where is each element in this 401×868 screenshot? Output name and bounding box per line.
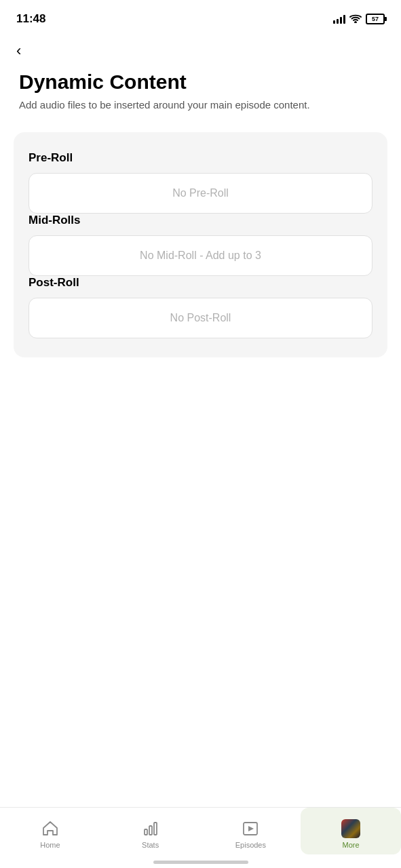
page-header: Dynamic Content Add audio files to be in… [0, 65, 401, 132]
signal-icon [333, 14, 345, 24]
tab-stats[interactable]: Stats [100, 808, 201, 854]
home-icon [41, 819, 60, 838]
home-indicator [153, 861, 248, 864]
more-avatar [341, 819, 360, 838]
page-subtitle: Add audio files to be inserted around yo… [19, 98, 382, 112]
post-roll-section: Post-Roll No Post-Roll [28, 276, 373, 338]
status-icons: 57 [333, 14, 385, 25]
mid-roll-button-text: No Mid-Roll [140, 250, 197, 261]
tab-more-label: More [343, 841, 360, 849]
tab-more[interactable]: More [301, 808, 401, 854]
pre-roll-button[interactable]: No Pre-Roll [28, 173, 373, 214]
svg-point-0 [355, 22, 356, 23]
tab-episodes-label: Episodes [235, 841, 266, 849]
page-title: Dynamic Content [19, 71, 382, 94]
tab-bar: Home Stats Episodes More [0, 807, 401, 868]
tab-episodes[interactable]: Episodes [201, 808, 301, 854]
stats-icon [141, 819, 160, 838]
svg-rect-3 [154, 823, 157, 835]
svg-rect-1 [145, 829, 147, 835]
mid-roll-sub-text: - Add up to 3 [197, 250, 261, 261]
tab-home[interactable]: Home [0, 808, 100, 854]
battery-icon: 57 [366, 14, 385, 24]
status-bar: 11:48 57 [0, 0, 401, 34]
status-time: 11:48 [16, 12, 45, 26]
back-chevron-icon: ‹ [16, 42, 21, 59]
episodes-icon [241, 819, 260, 838]
post-roll-button-text: No Post-Roll [170, 312, 231, 323]
tab-home-label: Home [40, 841, 60, 849]
pre-roll-label: Pre-Roll [28, 151, 373, 165]
pre-roll-section: Pre-Roll No Pre-Roll [28, 151, 373, 214]
post-roll-button[interactable]: No Post-Roll [28, 298, 373, 338]
mid-roll-button[interactable]: No Mid-Roll - Add up to 3 [28, 235, 373, 276]
pre-roll-button-text: No Pre-Roll [172, 187, 229, 199]
dynamic-content-card: Pre-Roll No Pre-Roll Mid-Rolls No Mid-Ro… [14, 132, 387, 357]
svg-marker-5 [248, 826, 254, 831]
mid-rolls-section: Mid-Rolls No Mid-Roll - Add up to 3 [28, 214, 373, 276]
post-roll-label: Post-Roll [28, 276, 373, 290]
back-button[interactable]: ‹ [0, 34, 401, 65]
tab-stats-label: Stats [142, 841, 159, 849]
mid-rolls-label: Mid-Rolls [28, 214, 373, 227]
wifi-icon [349, 14, 362, 25]
svg-rect-2 [149, 826, 152, 835]
